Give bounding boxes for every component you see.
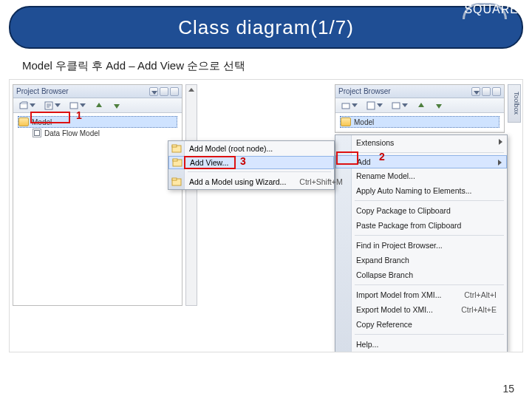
menu-item[interactable]: Expand Branch (335, 253, 507, 267)
svg-rect-2 (70, 103, 78, 109)
tree-view[interactable]: Model (335, 113, 504, 131)
tree-item-dataflow[interactable]: Data Flow Model (18, 128, 177, 138)
menu-item[interactable]: Paste Package from Clipboard (335, 218, 507, 233)
svg-rect-9 (173, 159, 177, 161)
menu-item-label: Copy Reference (356, 320, 412, 329)
menu-item-icon (172, 157, 183, 168)
menu-shortcut: Ctrl+Shift+M (286, 177, 342, 186)
toolbar-down-button[interactable] (109, 100, 124, 112)
diagram-icon (33, 129, 41, 137)
tree-item-label: Data Flow Model (44, 129, 100, 137)
dropdown-button[interactable] (149, 87, 158, 96)
menu-item-label: Export Model to XMI... (356, 305, 433, 314)
menu-item-label: Find in Project Browser... (356, 241, 443, 250)
tree-item-model[interactable]: Model (340, 116, 499, 128)
svg-rect-5 (392, 103, 400, 109)
toolbar-button[interactable] (16, 100, 38, 112)
submenu-item[interactable]: Add Model (root node)... (168, 141, 334, 156)
menu-item-label: Add (357, 157, 371, 166)
panel-toolbar (13, 98, 182, 113)
menu-item-label: Rename Model... (356, 171, 415, 180)
dropdown-button[interactable] (471, 87, 480, 96)
toolbox-tab[interactable]: Toolbox (508, 84, 521, 123)
callout-3: 3 (240, 155, 246, 167)
menu-item-label: Help... (356, 340, 378, 349)
toolbar-button[interactable] (41, 100, 64, 112)
menu-item-label: Paste Package from Clipboard (356, 221, 461, 230)
right-project-browser: Project Browser Model (335, 84, 505, 133)
svg-rect-4 (367, 102, 375, 109)
submenu-arrow-icon (498, 160, 502, 166)
svg-rect-11 (172, 178, 177, 180)
close-button[interactable] (492, 87, 501, 96)
collapsed-tab-strip[interactable] (185, 84, 197, 306)
panel-title: Project Browser (16, 87, 69, 95)
menu-item-label: Import Model from XMI... (356, 290, 442, 299)
menu-shortcut: Ctrl+Alt+I (451, 290, 497, 299)
close-button[interactable] (170, 87, 179, 96)
menu-separator (355, 200, 504, 201)
menu-item-icon (171, 143, 182, 154)
callout-1-box (30, 112, 70, 123)
callout-2: 2 (379, 151, 385, 163)
menu-separator (188, 171, 331, 172)
brand-label: SQUARE (464, 3, 519, 16)
menu-item[interactable]: Copy Reference (335, 317, 507, 332)
menu-separator (355, 334, 504, 335)
menu-item-icon (171, 177, 182, 187)
submenu-arrow-icon (499, 139, 502, 145)
menu-item-label: Apply Auto Naming to Elements... (356, 186, 471, 195)
menu-item[interactable]: Find in Project Browser... (335, 238, 507, 253)
callout-3-box (184, 156, 236, 169)
toolbar-button[interactable] (338, 100, 361, 112)
folder-icon (341, 117, 351, 126)
menu-item[interactable]: Import Model from XMI...Ctrl+Alt+I (335, 287, 507, 302)
menu-item[interactable]: Apply Auto Naming to Elements... (335, 183, 507, 198)
tree-item-label: Model (354, 118, 374, 126)
screenshot-area: Project Browser Model Data Flow Model (9, 79, 523, 352)
menu-item-label: Copy Package to Clipboard (356, 206, 451, 215)
slide-header: Class diagram(1/7) (9, 6, 523, 49)
toolbar-down-button[interactable] (432, 100, 446, 112)
menu-separator (355, 152, 504, 153)
menu-item[interactable]: Collapse Branch (335, 267, 507, 282)
slide-subtitle: Model 우클릭 후 Add – Add View 순으로 선택 (22, 59, 532, 73)
page-number: 15 (502, 383, 514, 395)
svg-rect-7 (172, 145, 177, 147)
menu-item-label: Collapse Branch (356, 270, 413, 279)
menu-item[interactable]: Add (335, 155, 507, 168)
toolbar-up-button[interactable] (414, 100, 429, 112)
menu-separator (355, 284, 504, 285)
menu-shortcut: Ctrl+Alt+E (448, 305, 497, 314)
callout-2-box (336, 151, 358, 165)
toolbar-button[interactable] (389, 100, 411, 112)
menu-item-label: Add Model (root node)... (189, 144, 273, 153)
folder-icon (18, 117, 29, 126)
menu-separator (355, 235, 504, 236)
svg-rect-0 (20, 103, 27, 109)
menu-item-label: Add a Model using Wizard... (189, 177, 286, 186)
expand-icon (188, 88, 194, 92)
toolbar-button[interactable] (364, 100, 386, 112)
menu-item[interactable]: Help... (335, 337, 507, 352)
tree-view[interactable]: Model Data Flow Model (13, 113, 182, 305)
menu-item[interactable]: Rename Model... (335, 168, 507, 183)
panel-titlebar: Project Browser (13, 85, 182, 98)
menu-item[interactable]: Copy Package to Clipboard (335, 203, 507, 218)
menu-item[interactable]: Export Model to XMI...Ctrl+Alt+E (335, 302, 507, 317)
pin-button[interactable] (160, 87, 168, 96)
context-menu: ExtensionsAddRename Model...Apply Auto N… (335, 134, 508, 352)
menu-item[interactable]: Extensions (335, 135, 507, 150)
slide-title: Class diagram(1/7) (28, 16, 504, 39)
pin-button[interactable] (482, 87, 491, 96)
panel-title: Project Browser (338, 87, 391, 95)
menu-item-label: Expand Branch (356, 256, 409, 265)
menu-item-label: Extensions (356, 138, 394, 147)
toolbar-up-button[interactable] (92, 100, 106, 112)
panel-titlebar: Project Browser (335, 85, 504, 98)
callout-1: 1 (76, 109, 82, 121)
svg-rect-3 (342, 103, 349, 109)
panel-toolbar (335, 98, 504, 113)
submenu-item[interactable]: Add a Model using Wizard...Ctrl+Shift+M (168, 174, 334, 189)
